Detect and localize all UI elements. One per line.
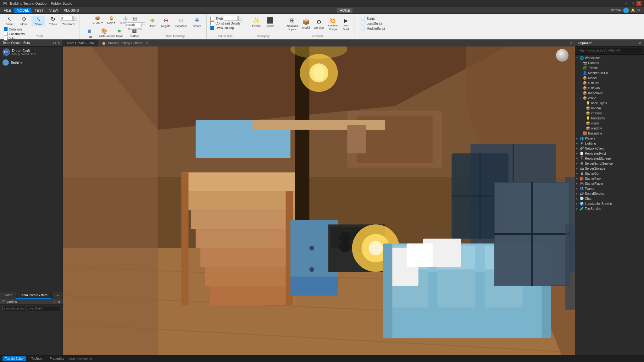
properties-tab[interactable]: Properties [47,356,67,361]
tree-item[interactable]: ▸🧪TestService [575,206,644,211]
spawn-button[interactable]: ⬛ Spawn [264,16,276,28]
svg-point-29 [309,246,314,250]
rotate-button[interactable]: ↻ Rotate [46,16,60,26]
tree-item[interactable]: 📦Model [575,75,644,80]
terrain-editor-tab[interactable]: Terrain Editor [3,356,26,361]
local-script-button[interactable]: 📄 LocalScript [360,21,386,26]
filter-props[interactable]: ▼ [0,305,63,312]
tree-item[interactable]: 🟫Baseplate [575,131,644,136]
tree-item[interactable]: 👤Mannequin1.0 [575,70,644,75]
filter-props-input[interactable] [3,306,60,311]
tree-item[interactable]: ▸💬Chat [575,196,644,201]
menu-test[interactable]: TEST [32,8,46,13]
props-close-icon[interactable]: ✕ [58,300,60,304]
menu-view[interactable]: VIEW [47,8,60,13]
module-script-button[interactable]: 📄 ModuleScript [360,26,386,31]
snap-grid-icon[interactable]: ⊞ [133,15,137,22]
tree-item[interactable]: 📦cutielee [575,80,644,85]
close-btn[interactable]: ✕ [636,1,641,6]
tree-item[interactable]: 📷Camera [575,60,644,65]
scale-down-btn[interactable]: ▼ [238,18,242,21]
tree-item[interactable]: ▸🔊SoundService [575,191,644,196]
tree-item[interactable]: ▸🗄ReplicatedStorage [575,156,644,161]
command-bar[interactable] [69,357,641,361]
tree-item[interactable]: ▸☀Lighting [575,141,644,146]
tree-item[interactable]: 📦bottom [575,106,644,111]
tree-item[interactable]: ▸👥Players [575,136,644,141]
model-button[interactable]: 📦 Model [300,16,312,31]
select-button[interactable]: ↖ Select [3,16,16,26]
scale-input[interactable]: 11.37 [224,16,238,21]
tree-item[interactable]: 🌿Terrain [575,65,644,70]
command-input[interactable] [69,357,641,361]
explorer-close-icon[interactable]: ✕ [639,41,641,45]
negate-button[interactable]: ⊖ Negate [159,16,172,28]
explorer-header-icons[interactable]: ⊟ ✕ [635,41,641,45]
separate-button[interactable]: ⊘ Separate [174,16,189,28]
tree-item[interactable]: ▾🌐Workspace [575,55,644,60]
collisions-checkbox[interactable]: Collisions [3,27,26,31]
vp-tab-team[interactable]: Team Create - Beta [63,40,98,47]
tree-item[interactable]: ▸👫Teams [575,186,644,191]
service-button[interactable]: ⚙ Service [312,16,325,31]
rotate-up-btn[interactable]: ▲ [73,16,77,18]
more-tabs-icon[interactable]: ⋯ [55,292,63,299]
tree-item[interactable]: ▾📦volkie [575,96,644,101]
game-tab[interactable]: Game [0,292,16,299]
viewport[interactable]: Team Create - Beta 🏠 Building Testing Ou… [63,40,575,355]
draw-on-top-checkbox[interactable]: Draw On Top [209,26,242,30]
rotate-input[interactable] [60,16,73,21]
rotate-down-btn[interactable]: ▼ [73,18,77,21]
filter-workspace[interactable] [575,47,644,55]
tree-item[interactable]: ▸🎒StarterPack [575,176,644,181]
tree-item[interactable]: ▸⚙ServerScriptService [575,161,644,166]
scale-up-btn[interactable]: ▲ [238,16,242,18]
tree-item[interactable]: 📦chassis [575,111,644,116]
run-script-button[interactable]: ▶ Run Script [340,16,352,31]
create-button[interactable]: ✚ Create [190,16,204,28]
tree-item[interactable]: ▸🖥StarterGui [575,171,644,176]
collision-groups-button[interactable]: 💥 Collision Groups [326,16,339,31]
script-button[interactable]: 📄 Script [360,16,386,21]
lock-button[interactable]: 🔒 Lock ▾ [105,15,118,25]
tree-item[interactable]: ▸📋ReplicatedFirst [575,151,644,156]
tree-item[interactable]: 💡frontlights [575,116,644,121]
minimize-btn[interactable]: ─ [624,1,629,6]
union-button[interactable]: ⊕ Union [147,16,158,28]
vp-tab-building[interactable]: 🏠 Building Testing Outdoor ✕ [98,40,152,47]
tree-item[interactable]: 📦inside [575,121,644,126]
tree-item-label: StarterPlayer [585,182,603,185]
tree-item[interactable]: ▸🎮StarterPlayer [575,181,644,186]
window-controls[interactable]: ─ □ ✕ [624,1,641,6]
vp-fullscreen-btn[interactable]: ⤢ [567,41,575,45]
bottom-bar: Terrain Editor Toolbox Properties [0,355,644,362]
move-button[interactable]: ✥ Move [17,16,31,26]
maximize-btn[interactable]: □ [630,1,635,6]
filter-workspace-input[interactable] [577,48,642,53]
advanced-objects-button[interactable]: ⊞ Advanced Objects [285,16,300,31]
tree-item[interactable]: ▸🌍LocalizationService [575,201,644,206]
scale-button[interactable]: ⤡ Scale [31,16,45,26]
tree-item[interactable]: ▸🔗NetworkClient [575,146,644,151]
menu-file[interactable]: FILE [1,8,14,13]
tree-item[interactable]: 📦cutlevan [575,85,644,90]
snap-input[interactable] [125,22,141,27]
team-close-icon[interactable]: ✕ [57,41,60,45]
tree-item[interactable]: 📦window [575,126,644,131]
props-header-icons[interactable]: ⊟ ✕ [54,300,60,304]
svg-point-39 [369,241,383,255]
vp-tab-close[interactable]: ✕ [146,41,148,45]
team-create-tab2[interactable]: Team Create - Beta [16,292,52,299]
tree-item[interactable]: 💡back_lights [575,101,644,106]
team-tab-icons[interactable]: ⊟ ✕ [53,41,60,45]
toolbox-tab[interactable]: Toolbox [29,356,44,361]
tree-item[interactable]: ▸🗃ServerStorage [575,166,644,171]
group-button[interactable]: 📦 Group ▾ [91,15,105,25]
svg-rect-25 [181,173,189,305]
tree-item[interactable]: 📦rangerovie [575,90,644,96]
menu-plugins[interactable]: PLUGINS [61,8,81,13]
effects-button[interactable]: ✨ Effects [250,16,262,28]
menu-model[interactable]: MODEL [14,8,31,13]
constraint-details-checkbox[interactable]: Constraint Details [209,21,242,25]
menu-home[interactable]: HOME [337,8,353,13]
